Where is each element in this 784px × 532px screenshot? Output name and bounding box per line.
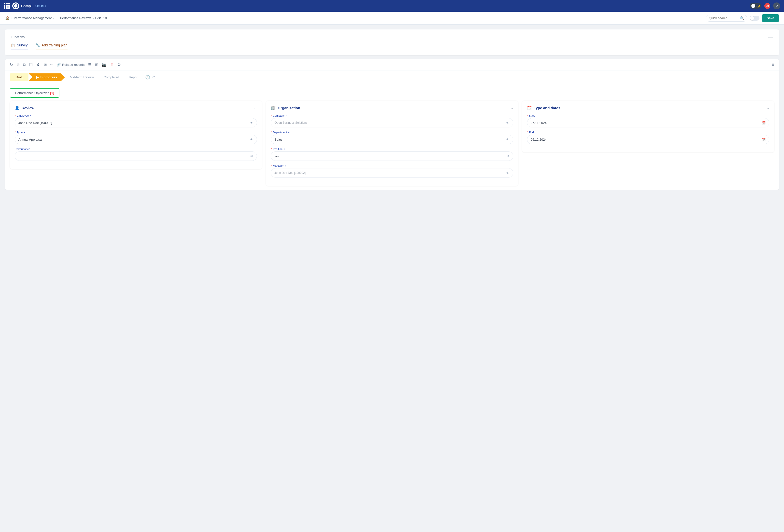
start-input[interactable]: 27.11.2024 📅 xyxy=(527,118,769,128)
dept-add-btn[interactable]: + xyxy=(288,131,289,134)
org-icon: 🏢 xyxy=(271,106,276,110)
grid-icon-toolbar[interactable]: ⊞ xyxy=(95,62,98,67)
review-card-title: 👤 Review xyxy=(15,106,34,110)
minimize-button[interactable]: — xyxy=(768,34,773,39)
breadcrumb-bar: 🏠 › Performance Management › ☰ Performan… xyxy=(0,12,784,25)
view-toggle[interactable] xyxy=(750,16,759,21)
dates-icon: 📅 xyxy=(527,106,532,110)
main-form-card: ↻ ⊕ ⧉ ☐ 🖨 ✉ ↩ 🔗 Related records ☰ ⊞ 📷 🗑 … xyxy=(5,59,779,190)
company-input[interactable]: Open Business Solutions 👁 xyxy=(271,118,513,128)
dept-eye-icon[interactable]: 👁 xyxy=(506,138,510,141)
survey-tab-label: Survey xyxy=(17,43,28,47)
pipeline: Draft ▶ In progress Mid-term Review Comp… xyxy=(5,71,779,84)
email-icon[interactable]: ✉ xyxy=(44,62,47,67)
link-icon: 🔗 xyxy=(57,63,61,66)
review-card-collapse[interactable]: ⌄ xyxy=(254,106,257,110)
app-name: Comp1 xyxy=(21,4,33,8)
breadcrumb-module[interactable]: Performance Management xyxy=(14,16,52,20)
pipeline-draft[interactable]: Draft xyxy=(10,74,28,81)
add-icon[interactable]: ⊕ xyxy=(17,62,20,67)
copy-icon[interactable]: ⧉ xyxy=(23,63,26,67)
sidebar-toggle-icon[interactable]: ≡ xyxy=(772,62,774,67)
company-add-btn[interactable]: + xyxy=(285,114,287,117)
type-add-btn[interactable]: + xyxy=(24,131,25,134)
position-field: * Position + test 👁 xyxy=(271,147,513,161)
mgr-input[interactable]: John Doe Doe [190002] 👁 xyxy=(271,168,513,177)
search-input[interactable] xyxy=(709,16,738,20)
notification-badge[interactable]: 20 xyxy=(764,3,770,9)
end-field: * End 05.12.2024 📅 xyxy=(527,131,769,144)
mgr-label: * Manager + xyxy=(271,164,513,167)
company-field: * Company + Open Business Solutions 👁 xyxy=(271,114,513,128)
org-card-title: 🏢 Organization xyxy=(271,106,300,110)
pipeline-inprogress[interactable]: ▶ In progress xyxy=(28,74,65,81)
org-card-collapse[interactable]: ⌄ xyxy=(510,106,513,110)
related-records-button[interactable]: 🔗 Related records xyxy=(57,63,85,66)
user-avatar[interactable]: D xyxy=(773,2,780,9)
functions-tabs: 📋 Survey 🔧 Add training plan xyxy=(11,43,773,50)
type-label: * Type + xyxy=(15,131,257,134)
pos-eye-icon[interactable]: 👁 xyxy=(506,155,510,158)
end-label: * End xyxy=(527,131,769,134)
moon-icon: 🌙 xyxy=(756,4,760,8)
mgr-add-btn[interactable]: + xyxy=(284,164,286,167)
employee-add-btn[interactable]: + xyxy=(30,114,31,117)
performance-objectives-tab[interactable]: Performance Objectives [1] xyxy=(10,88,59,98)
toggle-icon[interactable]: ☐ xyxy=(29,62,33,67)
pipeline-midterm[interactable]: Mid-term Review xyxy=(65,74,99,81)
company-eye-icon[interactable]: 👁 xyxy=(506,121,510,125)
start-calendar-icon[interactable]: 📅 xyxy=(762,121,765,125)
refresh-icon[interactable]: ↻ xyxy=(10,62,13,67)
type-eye-icon[interactable]: 👁 xyxy=(250,138,253,141)
pos-input[interactable]: test 👁 xyxy=(271,151,513,161)
save-button[interactable]: Save xyxy=(762,14,779,22)
pipeline-report[interactable]: Report xyxy=(124,74,143,81)
quick-search-box[interactable]: 🔍 xyxy=(706,15,747,22)
review-card-header: 👤 Review ⌄ xyxy=(15,106,257,110)
theme-toggle[interactable]: 🌙 xyxy=(750,3,761,8)
performance-eye-icon[interactable]: 👁 xyxy=(250,155,253,158)
functions-card: Functions — 📋 Survey 🔧 Add training plan xyxy=(5,29,779,55)
perf-tab-row: Performance Objectives [1] xyxy=(10,88,774,98)
employee-label: * Employee + xyxy=(15,114,257,117)
breadcrumb-section-icon: ☰ xyxy=(56,16,59,20)
performance-field: Performance + 👁 xyxy=(15,147,257,161)
home-icon[interactable]: 🏠 xyxy=(5,16,10,20)
end-calendar-icon[interactable]: 📅 xyxy=(762,138,765,141)
employee-field: * Employee + John Doe Doe [190002] 👁 xyxy=(15,114,257,128)
employee-eye-icon[interactable]: 👁 xyxy=(250,121,253,125)
type-input[interactable]: Annual Appraisal 👁 xyxy=(15,135,257,144)
dates-card-title: 📅 Type and dates xyxy=(527,106,560,110)
performance-add-btn[interactable]: + xyxy=(31,147,33,150)
pos-add-btn[interactable]: + xyxy=(283,147,285,150)
mgr-eye-icon[interactable]: 👁 xyxy=(506,171,510,175)
pipeline-completed[interactable]: Completed xyxy=(99,74,124,81)
performance-label: Performance + xyxy=(15,147,257,150)
breadcrumb-section[interactable]: Performance Reviews xyxy=(60,16,91,20)
tab-survey[interactable]: 📋 Survey xyxy=(11,43,28,50)
org-card-header: 🏢 Organization ⌄ xyxy=(271,106,513,110)
breadcrumb: 🏠 › Performance Management › ☰ Performan… xyxy=(5,16,107,20)
user-initial: D xyxy=(776,4,778,8)
department-field: * Department + Sales 👁 xyxy=(271,131,513,144)
pipeline-clock-icon[interactable]: 🕐 xyxy=(145,75,150,80)
list-icon[interactable]: ☰ xyxy=(88,62,91,67)
grid-menu-icon[interactable] xyxy=(4,3,10,9)
type-field: * Type + Annual Appraisal 👁 xyxy=(15,131,257,144)
topbar-left: Comp1 11:11:11 xyxy=(4,2,46,9)
delete-icon[interactable]: 🗑 xyxy=(110,63,114,67)
performance-input[interactable]: 👁 xyxy=(15,151,257,161)
employee-input[interactable]: John Doe Doe [190002] 👁 xyxy=(15,118,257,128)
tab-add-training-plan[interactable]: 🔧 Add training plan xyxy=(36,43,67,50)
settings-icon[interactable]: ⚙ xyxy=(117,62,121,67)
toolbar: ↻ ⊕ ⧉ ☐ 🖨 ✉ ↩ 🔗 Related records ☰ ⊞ 📷 🗑 … xyxy=(5,59,779,71)
dates-card-collapse[interactable]: ⌄ xyxy=(766,106,769,110)
camera-icon[interactable]: 📷 xyxy=(102,62,107,67)
end-input[interactable]: 05.12.2024 📅 xyxy=(527,135,769,144)
pipeline-gear-icon[interactable]: ⚙ xyxy=(152,75,156,80)
training-tab-label: Add training plan xyxy=(42,43,67,47)
related-records-label: Related records xyxy=(62,63,85,66)
print-icon[interactable]: 🖨 xyxy=(36,63,40,67)
dept-input[interactable]: Sales 👁 xyxy=(271,135,513,144)
history-icon[interactable]: ↩ xyxy=(50,62,53,67)
